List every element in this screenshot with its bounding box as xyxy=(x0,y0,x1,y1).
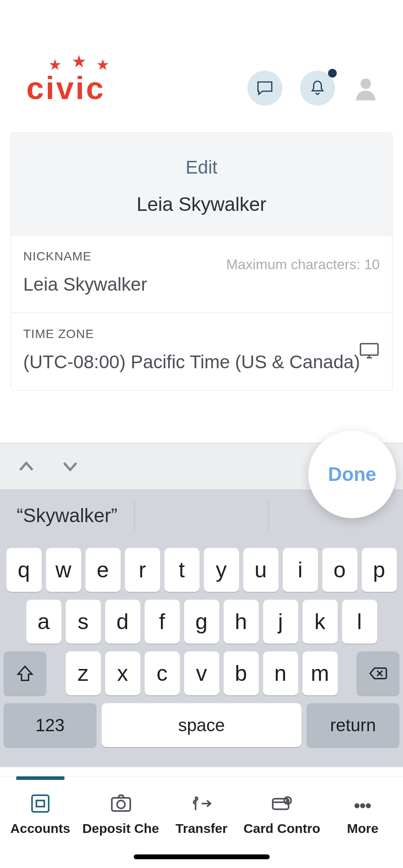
timezone-label: TIME ZONE xyxy=(23,327,380,341)
edit-profile-card: Edit Leia Skywalker NICKNAME Leia Skywal… xyxy=(11,132,392,391)
key-t[interactable]: t xyxy=(164,548,200,592)
key-o[interactable]: o xyxy=(322,548,357,592)
svg-point-5 xyxy=(117,800,125,808)
shift-icon xyxy=(15,664,35,683)
key-b[interactable]: b xyxy=(224,651,259,695)
chevron-up-icon xyxy=(18,458,35,475)
key-x[interactable]: x xyxy=(105,651,140,695)
more-icon xyxy=(351,792,374,815)
next-field-button[interactable] xyxy=(61,458,79,475)
transfer-icon xyxy=(189,792,213,815)
accounts-icon xyxy=(29,792,52,815)
suggestion-item[interactable] xyxy=(135,500,269,531)
key-s[interactable]: s xyxy=(66,600,101,644)
keyboard-row-1: q w e r t y u i o p xyxy=(4,548,399,592)
header-actions xyxy=(247,71,379,106)
nickname-input[interactable]: Leia Skywalker xyxy=(23,274,380,295)
key-f[interactable]: f xyxy=(145,600,180,644)
svg-point-10 xyxy=(367,804,370,808)
timezone-value: (UTC-08:00) Pacific Time (US & Canada) xyxy=(23,352,380,373)
done-button[interactable]: Done xyxy=(308,430,396,518)
key-u[interactable]: u xyxy=(243,548,278,592)
svg-point-9 xyxy=(361,804,364,808)
user-icon xyxy=(353,75,379,101)
key-i[interactable]: i xyxy=(283,548,318,592)
max-chars-hint: Maximum characters: 10 xyxy=(226,256,380,273)
keyboard-row-3: z x c v b n m xyxy=(4,651,399,695)
notification-dot xyxy=(328,69,337,78)
key-j[interactable]: j xyxy=(263,600,298,644)
tab-deposit-check[interactable]: Deposit Check xyxy=(82,792,160,836)
tab-more[interactable]: More xyxy=(324,792,402,836)
svg-rect-1 xyxy=(360,344,378,355)
tab-card-controls[interactable]: Card Controls xyxy=(243,792,321,836)
key-m[interactable]: m xyxy=(303,651,338,695)
star-icon: ★ xyxy=(72,53,87,72)
backspace-icon xyxy=(368,664,388,683)
card-controls-icon xyxy=(270,792,294,815)
key-a[interactable]: a xyxy=(26,600,61,644)
done-label: Done xyxy=(328,463,376,485)
svg-rect-3 xyxy=(36,800,44,807)
key-k[interactable]: k xyxy=(303,600,338,644)
notifications-button[interactable] xyxy=(300,71,335,106)
key-z[interactable]: z xyxy=(66,651,101,695)
star-icon: ★ xyxy=(49,57,63,72)
logo-stars: ★ ★ ★ xyxy=(49,57,111,72)
star-icon: ★ xyxy=(97,57,111,72)
key-n[interactable]: n xyxy=(263,651,298,695)
app-header: ★ ★ ★ civic xyxy=(0,0,403,132)
key-w[interactable]: w xyxy=(46,548,81,592)
tab-label: Deposit Check xyxy=(82,821,160,836)
onscreen-keyboard: q w e r t y u i o p a s d f g h j k l xyxy=(0,542,403,767)
svg-point-0 xyxy=(360,78,371,89)
shift-key[interactable] xyxy=(4,651,46,695)
key-e[interactable]: e xyxy=(86,548,121,592)
tab-accounts[interactable]: Accounts xyxy=(1,792,79,836)
suggestion-item[interactable]: “Skywalker” xyxy=(0,500,135,531)
svg-point-8 xyxy=(355,804,359,808)
chat-icon xyxy=(256,79,274,97)
space-key[interactable]: space xyxy=(102,703,301,747)
messages-button[interactable] xyxy=(247,71,282,106)
tab-transfer[interactable]: Transfer xyxy=(162,792,240,836)
key-y[interactable]: y xyxy=(204,548,239,592)
key-l[interactable]: l xyxy=(342,600,377,644)
nickname-row[interactable]: NICKNAME Leia Skywalker Maximum characte… xyxy=(11,235,392,313)
timezone-row[interactable]: TIME ZONE (UTC-08:00) Pacific Time (US &… xyxy=(11,313,392,390)
keyboard-row-2: a s d f g h j k l xyxy=(4,600,399,644)
key-g[interactable]: g xyxy=(184,600,219,644)
edit-title: Edit xyxy=(11,157,392,178)
civic-logo: ★ ★ ★ civic xyxy=(26,70,105,106)
key-v[interactable]: v xyxy=(184,651,219,695)
svg-rect-2 xyxy=(32,795,49,812)
key-r[interactable]: r xyxy=(125,548,160,592)
tab-label: More xyxy=(347,821,378,836)
home-indicator[interactable] xyxy=(134,854,270,859)
suggestion-text: “Skywalker” xyxy=(17,505,118,526)
key-c[interactable]: c xyxy=(145,651,180,695)
camera-icon xyxy=(109,792,133,815)
key-d[interactable]: d xyxy=(105,600,140,644)
key-h[interactable]: h xyxy=(224,600,259,644)
chevron-down-icon xyxy=(61,458,79,475)
profile-button[interactable] xyxy=(353,75,379,101)
profile-name: Leia Skywalker xyxy=(11,193,392,215)
return-key[interactable]: return xyxy=(307,703,399,747)
keyboard-row-4: 123 space return xyxy=(4,703,399,747)
monitor-icon xyxy=(359,342,380,361)
numbers-key[interactable]: 123 xyxy=(4,703,96,747)
backspace-key[interactable] xyxy=(357,651,399,695)
tab-label: Card Controls xyxy=(243,821,321,836)
bell-icon xyxy=(308,79,327,97)
key-q[interactable]: q xyxy=(7,548,42,592)
active-tab-indicator xyxy=(16,776,64,780)
tab-label: Transfer xyxy=(175,821,227,836)
card-title-area: Edit Leia Skywalker xyxy=(11,133,392,235)
prev-field-button[interactable] xyxy=(18,458,35,475)
key-p[interactable]: p xyxy=(362,548,397,592)
tab-label: Accounts xyxy=(11,821,71,836)
logo-text: civic xyxy=(26,70,105,106)
